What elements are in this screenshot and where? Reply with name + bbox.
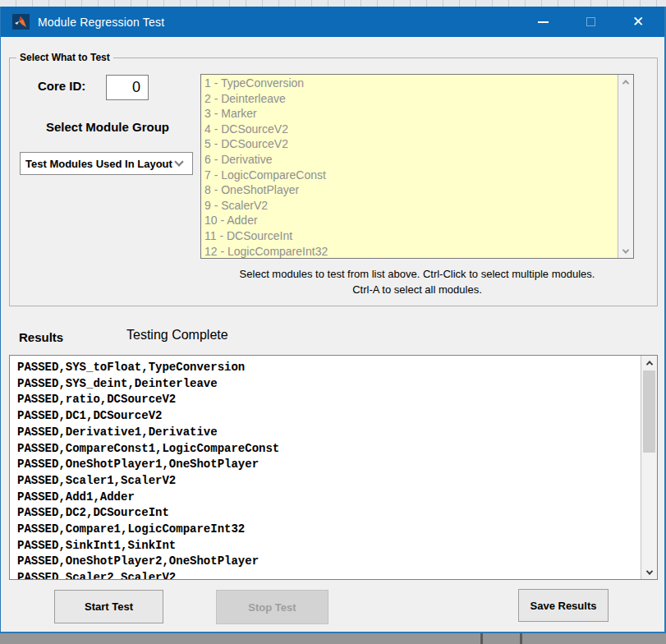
results-label: Results (19, 330, 63, 344)
stop-test-button: Stop Test (216, 590, 328, 624)
module-listbox[interactable]: 1 - TypeConversion 2 - Deinterleave 3 - … (200, 74, 634, 259)
desktop-background-strip (0, 0, 666, 7)
core-id-label: Core ID: (38, 79, 85, 93)
scrollbar-thumb[interactable] (643, 370, 655, 453)
list-item[interactable]: 9 - ScalerV2 (201, 198, 617, 214)
result-line: PASSED,SinkInt1,SinkInt (17, 538, 641, 554)
close-button[interactable]: ✕ (614, 7, 662, 37)
group-legend: Select What to Test (16, 52, 113, 63)
hint-line-2: Ctrl-A to select all modules. (184, 282, 650, 297)
list-item[interactable]: 2 - Deinterleave (201, 91, 617, 107)
screen: Module Regression Test ✕ Select What to … (0, 0, 666, 644)
result-line: PASSED,Add1,Adder (17, 490, 641, 506)
scroll-up-icon[interactable] (641, 356, 657, 370)
list-item[interactable]: 5 - DCSourceV2 (201, 136, 617, 152)
list-item[interactable]: 1 - TypeConversion (201, 76, 617, 91)
scroll-down-icon[interactable] (641, 565, 657, 579)
hint-line-1: Select modules to test from list above. … (184, 266, 650, 282)
list-item[interactable]: 11 - DCSourceInt (201, 228, 617, 244)
module-group-selected-value: Test Modules Used In Layout (21, 158, 176, 170)
listbox-scrollbar[interactable] (618, 75, 633, 258)
chevron-down-icon (174, 157, 183, 166)
selection-hint: Select modules to test from list above. … (184, 266, 650, 297)
result-line: PASSED,Compare1,LogicCompareInt32 (17, 522, 641, 538)
chevron-up-icon (645, 361, 652, 367)
close-icon: ✕ (632, 15, 644, 29)
result-line: PASSED,CompareConst1,LogicCompareConst (17, 441, 641, 458)
list-item[interactable]: 8 - OneShotPlayer (201, 182, 617, 198)
result-line: PASSED,DC1,DCSourceV2 (17, 408, 641, 425)
list-item[interactable]: 7 - LogicCompareConst (201, 168, 617, 183)
result-line: PASSED,Derivative1,Derivative (17, 425, 641, 441)
maximize-button[interactable] (567, 7, 614, 37)
core-id-input[interactable] (106, 75, 149, 100)
scroll-down-icon[interactable] (618, 244, 633, 258)
result-line: PASSED,OneShotPlayer1,OneShotPlayer (17, 457, 641, 473)
desktop-bottom-strip (0, 633, 666, 644)
window-controls: ✕ (519, 7, 662, 37)
result-line: PASSED,DC2,DCSourceInt (17, 505, 641, 522)
matlab-icon (12, 14, 30, 30)
list-item[interactable]: 4 - DCSourceV2 (201, 122, 617, 137)
scroll-up-icon[interactable] (618, 75, 633, 89)
maximize-icon (586, 17, 595, 26)
result-line: PASSED,SYS_deint,Deinterleave (17, 376, 641, 393)
results-text: PASSED,SYS_toFloat,TypeConversion PASSED… (10, 356, 641, 579)
result-line: PASSED,ratio,DCSourceV2 (17, 392, 641, 408)
list-item[interactable]: 3 - Marker (201, 106, 617, 122)
list-item[interactable]: 12 - LogicCompareInt32 (201, 244, 617, 259)
start-test-button[interactable]: Start Test (54, 590, 163, 623)
chevron-down-icon (622, 246, 629, 253)
list-item[interactable]: 10 - Adder (201, 213, 617, 228)
module-list: 1 - TypeConversion 2 - Deinterleave 3 - … (201, 76, 617, 259)
result-line: PASSED,Scaler2,ScalerV2 (17, 570, 641, 579)
chevron-up-icon (622, 80, 629, 86)
window-title: Module Regression Test (38, 16, 164, 29)
list-item[interactable]: 6 - Derivative (201, 152, 617, 168)
desktop-artifact (480, 633, 483, 644)
results-textbox[interactable]: PASSED,SYS_toFloat,TypeConversion PASSED… (9, 355, 658, 580)
result-line: PASSED,OneShotPlayer2,OneShotPlayer (17, 554, 641, 570)
module-regression-test-window: Module Regression Test ✕ Select What to … (0, 7, 666, 633)
module-group-label: Select Module Group (17, 120, 198, 134)
minimize-button[interactable] (519, 7, 567, 37)
result-line: PASSED,Scaler1,ScalerV2 (17, 473, 641, 490)
result-line: PASSED,SYS_toFloat,TypeConversion (17, 360, 641, 376)
module-group-dropdown[interactable]: Test Modules Used In Layout (20, 152, 193, 175)
testing-status: Testing Complete (126, 328, 228, 343)
desktop-artifact (520, 633, 522, 644)
save-results-button[interactable]: Save Results (518, 589, 609, 622)
minimize-icon (538, 21, 549, 23)
title-bar[interactable]: Module Regression Test ✕ (1, 7, 664, 37)
results-scrollbar[interactable] (641, 356, 657, 579)
chevron-down-icon (645, 568, 652, 574)
